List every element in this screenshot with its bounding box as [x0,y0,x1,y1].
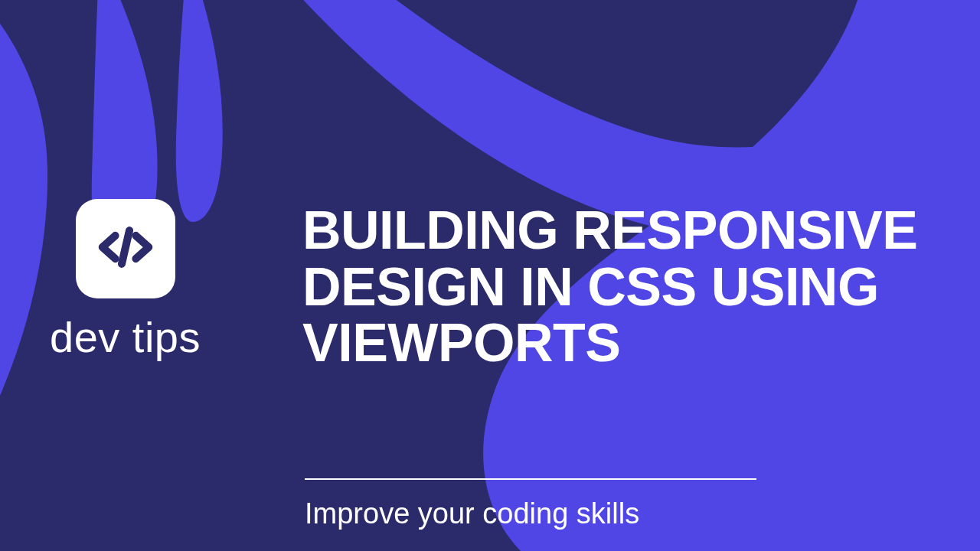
sub-headline: Improve your coding skills [305,497,639,530]
svg-line-0 [121,230,129,264]
logo-label: dev tips [50,312,201,362]
logo-block: dev tips [50,199,201,362]
logo-badge [76,199,175,298]
divider-line [305,478,756,480]
main-headline: BUILDING RESPONSIVE DESIGN IN CSS USING … [302,203,949,372]
code-slash-icon [93,215,158,282]
